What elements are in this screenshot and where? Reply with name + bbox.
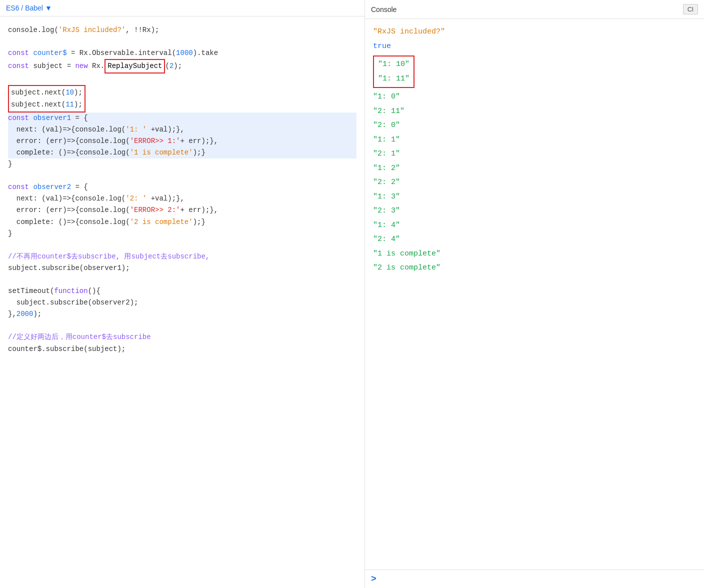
console-value: "1: 0" — [373, 92, 400, 101]
console-value: "1: 2" — [373, 164, 400, 172]
console-value: "1: 1" — [373, 136, 400, 144]
console-output-line: "1: 10" — [378, 58, 410, 72]
code-line — [8, 74, 356, 85]
code-line: console.log('RxJS included?', !!Rx); — [8, 24, 356, 36]
console-prompt-icon: > — [371, 574, 376, 584]
console-value: "1 is complete" — [373, 250, 440, 258]
code-line: subject.next(10); — [11, 87, 82, 98]
code-line: subject.subscribe(observer1); — [8, 262, 356, 274]
language-selector[interactable]: ES6 / Babel ▼ — [6, 4, 52, 12]
console-output-line: "RxJS included?" — [373, 25, 696, 40]
code-line: complete: ()=>{console.log('2 is complet… — [8, 216, 356, 228]
code-line — [8, 320, 356, 332]
console-output-line: "2: 4" — [373, 232, 696, 247]
console-value: "2: 3" — [373, 206, 400, 215]
editor-panel: ES6 / Babel ▼ console.log('RxJS included… — [0, 0, 365, 588]
console-output-line: "1: 3" — [373, 190, 696, 204]
code-line: error: (err)=>{console.log('ERROR>> 2:'+… — [8, 204, 356, 216]
console-footer: > — [365, 570, 704, 588]
code-line — [8, 170, 356, 182]
code-line: //定义好两边后，用counter$去subscribe — [8, 332, 356, 343]
console-output: "RxJS included?" true "1: 10" "1: 11" "1… — [365, 19, 704, 570]
console-value: "RxJS included?" — [373, 28, 445, 36]
console-output-line: "2: 1" — [373, 147, 696, 162]
chevron-down-icon: ▼ — [45, 4, 52, 12]
console-value: "2: 0" — [373, 121, 400, 130]
console-value: "1: 3" — [373, 192, 400, 201]
code-line: //不再用counter$去subscribe, 用subject去subscr… — [8, 251, 356, 262]
console-output-line: "2: 2" — [373, 176, 696, 190]
console-output-line: "1: 11" — [378, 72, 410, 86]
console-value: "2: 2" — [373, 178, 400, 186]
code-line: },2000); — [8, 308, 356, 320]
language-label: ES6 / Babel — [6, 4, 43, 12]
code-line: const observer2 = { — [8, 182, 356, 193]
console-title: Console — [371, 6, 396, 14]
code-line: } — [8, 158, 356, 170]
console-clear-button[interactable]: Cl — [683, 4, 698, 14]
console-value: "1: 11" — [378, 74, 410, 83]
console-value: "1: 4" — [373, 221, 400, 230]
console-output-line: "1: 1" — [373, 133, 696, 148]
code-line: } — [8, 228, 356, 240]
code-line: next: (val)=>{console.log('1: ' +val);}, — [8, 124, 356, 136]
code-line: error: (err)=>{console.log('ERROR>> 1:'+… — [8, 136, 356, 147]
console-value: "2: 1" — [373, 150, 400, 158]
code-line — [8, 274, 356, 286]
console-panel: Console Cl "RxJS included?" true "1: 10"… — [365, 0, 704, 588]
code-line: complete: ()=>{console.log('1 is complet… — [8, 147, 356, 158]
console-output-line: "2: 0" — [373, 118, 696, 133]
console-output-line: "2: 11" — [373, 104, 696, 119]
console-output-line: "2: 3" — [373, 204, 696, 218]
code-line — [8, 240, 356, 251]
code-line: subject.subscribe(observer2); — [8, 297, 356, 308]
console-value: true — [373, 42, 391, 50]
code-line: const observer1 = { — [8, 112, 356, 124]
editor-toolbar: ES6 / Babel ▼ — [0, 0, 364, 16]
code-line: subject.next(11); — [11, 99, 82, 110]
console-toolbar: Console Cl — [365, 0, 704, 19]
console-output-line: "2 is complete" — [373, 261, 696, 276]
code-line: next: (val)=>{console.log('2: ' +val);}, — [8, 193, 356, 204]
console-output-line: "1: 0" — [373, 90, 696, 104]
code-line: setTimeout(function(){ — [8, 286, 356, 297]
code-line: const counter$ = Rx.Observable.interval(… — [8, 48, 356, 59]
code-line: const subject = new Rx.ReplaySubject(2); — [8, 59, 356, 74]
console-output-line: "1: 2" — [373, 162, 696, 176]
console-value: "2 is complete" — [373, 264, 440, 272]
console-output-line: true — [373, 40, 696, 54]
console-value: "1: 10" — [378, 60, 410, 68]
console-value: "2: 11" — [373, 107, 404, 116]
console-value: "2: 4" — [373, 235, 400, 244]
console-output-line: "1 is complete" — [373, 247, 696, 262]
console-output-line: "1: 4" — [373, 218, 696, 233]
code-area[interactable]: console.log('RxJS included?', !!Rx); con… — [0, 16, 364, 588]
code-line — [8, 36, 356, 48]
code-line: counter$.subscribe(subject); — [8, 344, 356, 355]
